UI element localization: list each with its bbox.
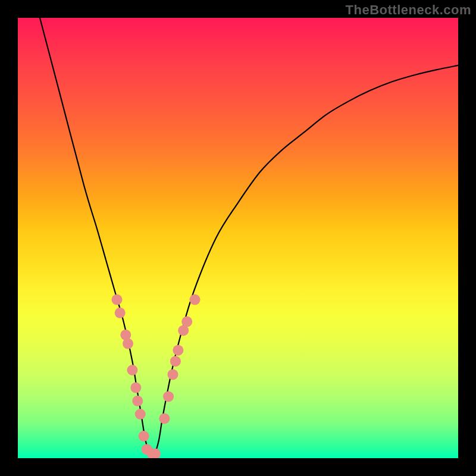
marker-point [135, 409, 146, 419]
marker-point [115, 308, 126, 318]
marker-point [123, 339, 133, 349]
marker-point [112, 295, 123, 305]
marker-point [167, 369, 178, 380]
bottleneck-curve [18, 18, 458, 458]
marker-point [132, 396, 143, 406]
marker-point [159, 413, 170, 424]
marker-point [170, 356, 181, 367]
marker-point [173, 345, 183, 356]
marker-point [127, 365, 137, 375]
marker-point [181, 317, 192, 327]
marker-point [130, 383, 141, 393]
plot-area [18, 18, 458, 458]
marker-point [139, 431, 149, 441]
watermark-label: TheBottleneck.com [346, 2, 471, 18]
marker-point [189, 295, 200, 305]
chart-container: TheBottleneck.com [0, 0, 476, 476]
marker-point [163, 391, 174, 402]
